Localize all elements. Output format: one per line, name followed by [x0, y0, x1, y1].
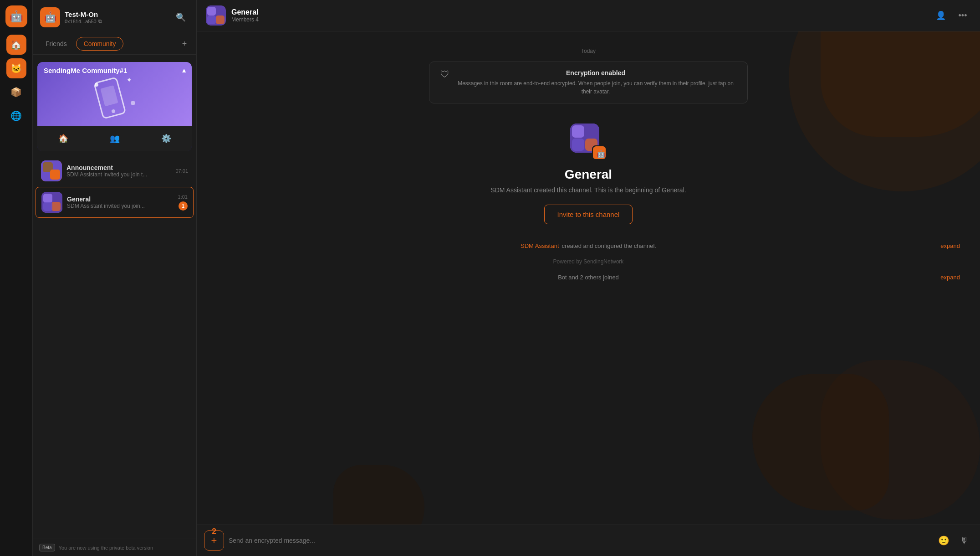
activity-row-1: SDM Assistant created and configured the…	[521, 242, 656, 249]
community-nav: 🏠 👥 ⚙️	[37, 126, 192, 151]
chat-header-actions: 👤 •••	[933, 7, 971, 24]
app-logo[interactable]: 🤖	[5, 5, 27, 27]
channels-panel: 🤖 Test-M-On 0x1814...a550 ⧉ 🔍 Friends Co…	[33, 0, 197, 556]
user-details: Test-M-On 0x1814...a550 ⧉	[65, 10, 102, 24]
svg-point-3	[95, 83, 98, 87]
svg-text:✦: ✦	[126, 76, 132, 84]
community-card: SendingMe Community#1 ▲ ✦	[37, 62, 192, 151]
copy-icon[interactable]: ⧉	[98, 18, 102, 24]
svg-rect-18	[572, 125, 584, 138]
chat-area: General Members 4 👤 ••• Today 🛡 Encrypti…	[197, 0, 980, 556]
community-banner[interactable]: SendingMe Community#1 ▲ ✦	[37, 62, 192, 126]
powered-by: Powered by SendingNetwork	[206, 258, 971, 265]
channel-item-announcement[interactable]: Announcement SDM Assistant invited you j…	[36, 156, 194, 186]
sidebar-storage-btn[interactable]: 📦	[6, 82, 26, 102]
activity-row-2-wrapper: Bot and 2 others joined expand	[206, 268, 971, 286]
channel-item-general[interactable]: General SDM Assistant invited you join..…	[36, 187, 194, 218]
user-address: 0x1814...a550 ⧉	[65, 18, 102, 24]
community-name: SendingMe Community#1	[44, 67, 127, 74]
encryption-description: Messages in this room are end-to-end enc…	[455, 79, 736, 96]
emoji-button[interactable]: 🙂	[935, 532, 952, 549]
channel-welcome: 🤖 General SDM Assistant created this cha…	[452, 114, 725, 233]
community-home-btn[interactable]: 🏠	[55, 130, 71, 147]
tab-friends[interactable]: Friends	[38, 37, 74, 50]
activity-row-2: Bot and 2 others joined	[558, 274, 619, 281]
welcome-avatar-small: 🤖	[592, 145, 607, 160]
welcome-channel-name: General	[461, 167, 716, 182]
activity-expand-2[interactable]: expand	[940, 274, 960, 281]
date-divider: Today	[206, 48, 971, 54]
svg-rect-20	[572, 139, 584, 151]
more-options-button[interactable]: •••	[954, 7, 971, 24]
activity-user[interactable]: SDM Assistant	[521, 242, 559, 249]
activity-action: created and configured the channel.	[562, 242, 656, 249]
chat-members: Members 4	[231, 16, 259, 23]
svg-rect-10	[43, 194, 52, 203]
search-button[interactable]: 🔍	[173, 9, 189, 26]
activity-row-1-wrapper: SDM Assistant created and configured the…	[206, 237, 971, 255]
channel-list: SendingMe Community#1 ▲ ✦	[33, 55, 196, 539]
channel-time-general: 1:01	[178, 194, 188, 200]
community-members-btn[interactable]: 👥	[107, 130, 123, 147]
message-input[interactable]	[229, 537, 931, 544]
attach-counter: 2	[212, 527, 216, 536]
attach-btn-wrapper: 2 +	[204, 530, 224, 551]
welcome-description: SDM Assistant created this channel. This…	[461, 186, 716, 194]
channel-name-general: General	[67, 196, 174, 203]
user-info: 🤖 Test-M-On 0x1814...a550 ⧉	[40, 7, 102, 27]
channel-avatar-general	[41, 192, 62, 213]
channel-meta-general: 1:01 1	[178, 194, 188, 211]
svg-rect-15	[216, 15, 225, 24]
user-avatar[interactable]: 🤖	[40, 7, 60, 27]
lock-icon: 🛡	[440, 69, 449, 80]
svg-rect-11	[51, 202, 61, 211]
channel-info-announcement: Announcement SDM Assistant invited you j…	[66, 164, 171, 178]
unread-badge-general: 1	[179, 201, 188, 211]
channel-welcome-avatar: 🤖	[570, 124, 607, 160]
input-bar: 2 + 🙂 🎙	[197, 525, 980, 556]
sidebar-home-btn[interactable]: 🏠	[6, 35, 26, 55]
svg-rect-12	[43, 202, 52, 211]
encryption-notice: 🛡 Encryption enabled Messages in this ro…	[429, 62, 748, 103]
members-button[interactable]: 👤	[933, 7, 949, 24]
svg-rect-16	[207, 15, 216, 24]
channel-preview-announcement: SDM Assistant invited you join t...	[66, 171, 171, 178]
channel-avatar-announcement	[41, 160, 62, 181]
svg-point-5	[131, 101, 135, 105]
collapse-icon[interactable]: ▲	[181, 67, 187, 74]
channel-meta-announcement: 07:01	[175, 168, 188, 174]
svg-point-2	[111, 109, 116, 113]
chat-header-info: General Members 4	[231, 8, 259, 23]
channel-time-announcement: 07:01	[175, 168, 188, 174]
tab-add-button[interactable]: +	[178, 37, 191, 50]
chat-header-avatar	[206, 5, 226, 26]
chat-title: General	[231, 8, 259, 16]
channel-info-general: General SDM Assistant invited you join..…	[67, 196, 174, 209]
community-settings-btn[interactable]: ⚙️	[158, 130, 174, 147]
voice-button[interactable]: 🎙	[956, 532, 973, 549]
tabs-row: Friends Community +	[33, 33, 196, 55]
channel-preview-general: SDM Assistant invited you join...	[67, 203, 174, 209]
encryption-title: Encryption enabled	[455, 69, 736, 77]
input-actions: 🙂 🎙	[935, 532, 973, 549]
activity-expand-1[interactable]: expand	[940, 242, 960, 249]
app-sidebar: 🤖 🏠 🐱 📦 🌐	[0, 0, 33, 556]
beta-badge: Beta	[39, 544, 55, 551]
panel-footer: Beta You are now using the private beta …	[33, 539, 196, 556]
sidebar-chat-btn[interactable]: 🐱	[6, 58, 26, 78]
svg-rect-1	[100, 85, 118, 106]
svg-rect-14	[207, 7, 216, 15]
svg-text:🤖: 🤖	[597, 149, 606, 158]
messages-container[interactable]: Today 🛡 Encryption enabled Messages in t…	[197, 31, 980, 525]
chat-header: General Members 4 👤 •••	[197, 0, 980, 31]
banner-graphic: ✦	[87, 76, 142, 112]
tab-community[interactable]: Community	[76, 37, 124, 51]
activity-joined: Bot and 2 others joined	[558, 274, 619, 281]
encryption-text: Encryption enabled Messages in this room…	[455, 69, 736, 96]
footer-status-text: You are now using the private beta versi…	[59, 545, 153, 551]
sidebar-discover-btn[interactable]: 🌐	[6, 106, 26, 126]
invite-to-channel-button[interactable]: Invite to this channel	[544, 205, 633, 224]
channel-name-announcement: Announcement	[66, 164, 171, 171]
svg-rect-8	[50, 170, 60, 180]
panel-header: 🤖 Test-M-On 0x1814...a550 ⧉ 🔍	[33, 0, 196, 33]
